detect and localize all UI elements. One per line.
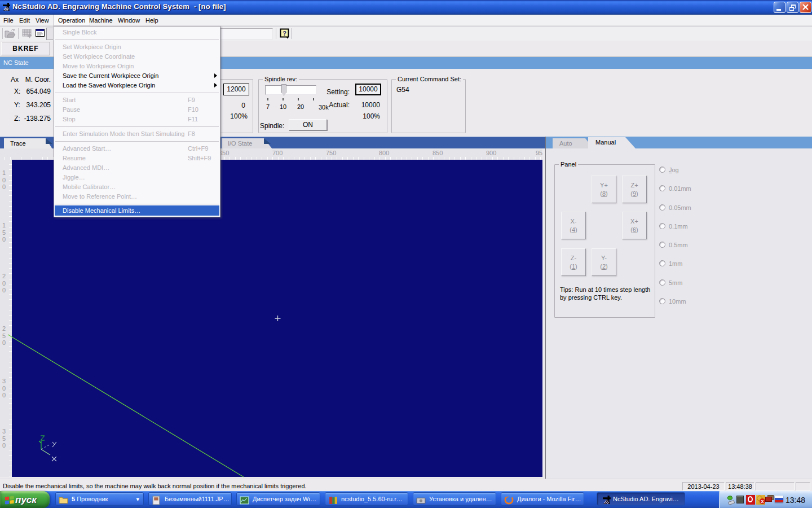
svg-text:?: ? [283, 30, 286, 37]
